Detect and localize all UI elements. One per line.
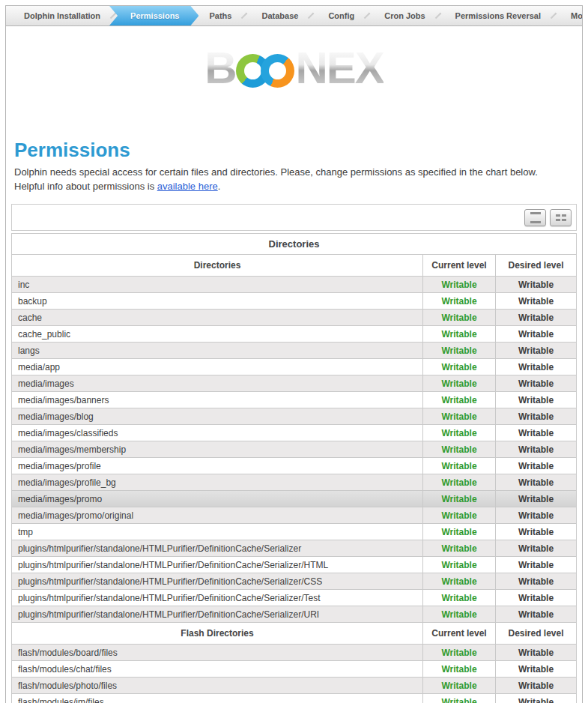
column-header-flash-directories: Flash Directories [12, 623, 423, 645]
desired-level-cell: Writable [496, 474, 577, 491]
desired-level-cell: Writable [496, 408, 577, 425]
desired-level-cell: Writable [496, 540, 577, 557]
boonex-logo: B NEX [11, 26, 577, 106]
table-row: flash/modules/board/filesWritableWritabl… [12, 645, 577, 661]
directory-name-cell: plugins/htmlpurifier/standalone/HTMLPuri… [12, 606, 423, 623]
description-line2-suffix: . [218, 181, 221, 192]
desired-level-cell: Writable [496, 524, 577, 540]
current-level-cell: Writable [423, 441, 496, 458]
table-row: media/images/bannersWritableWritable [12, 392, 577, 408]
desired-level-cell: Writable [496, 645, 577, 661]
chevron-separator-icon [364, 13, 370, 19]
directory-name-cell: backup [12, 293, 423, 310]
directory-name-cell: flash/modules/im/files [12, 694, 423, 703]
table-row: media/images/classifiedsWritableWritable [12, 425, 577, 441]
nav-step-database[interactable]: Database [252, 6, 307, 25]
current-level-cell: Writable [423, 310, 496, 326]
desired-level-cell: Writable [496, 694, 577, 703]
list-view-button[interactable] [524, 209, 546, 226]
logo-letter-b: B [204, 46, 235, 91]
section-title-directories: Directories [12, 234, 577, 255]
desired-level-cell: Writable [496, 425, 577, 441]
desired-level-cell: Writable [496, 441, 577, 458]
chevron-separator-icon [551, 13, 557, 19]
page-description: Dolphin needs special access for certain… [14, 165, 577, 193]
directory-name-cell: media/images [12, 375, 423, 392]
current-level-cell: Writable [423, 645, 496, 661]
list-view-icon [530, 212, 541, 223]
directory-name-cell: inc [12, 277, 423, 293]
current-level-cell: Writable [423, 573, 496, 590]
column-header-row: Directories Current level Desired level [12, 255, 577, 277]
directory-name-cell: media/images/promo/original [12, 507, 423, 524]
nav-step-dolphin-installation[interactable]: Dolphin Installation [15, 6, 109, 25]
desired-level-cell: Writable [496, 573, 577, 590]
directory-name-cell: media/app [12, 359, 423, 375]
table-row: backupWritableWritable [12, 293, 577, 310]
desired-level-cell: Writable [496, 678, 577, 694]
directory-name-cell: plugins/htmlpurifier/standalone/HTMLPuri… [12, 590, 423, 606]
desired-level-cell: Writable [496, 458, 577, 474]
desired-level-cell: Writable [496, 507, 577, 524]
table-row: media/images/blogWritableWritable [12, 408, 577, 425]
chevron-separator-icon [434, 13, 440, 19]
page-frame: Dolphin InstallationPermissionsPathsData… [5, 5, 583, 703]
directory-name-cell: media/images/profile [12, 458, 423, 474]
column-header-directories: Directories [12, 255, 423, 277]
directory-name-cell: plugins/htmlpurifier/standalone/HTMLPuri… [12, 557, 423, 573]
desired-level-cell: Writable [496, 326, 577, 343]
grid-view-icon [556, 214, 566, 221]
table-row: media/images/promo/originalWritableWrita… [12, 507, 577, 524]
grid-view-button[interactable] [550, 209, 572, 226]
directory-name-cell: media/images/membership [12, 441, 423, 458]
desired-level-cell: Writable [496, 661, 577, 678]
nav-step-paths[interactable]: Paths [200, 6, 240, 25]
page-title: Permissions [14, 139, 577, 162]
column-header-desired-level: Desired level [496, 623, 577, 645]
table-row: media/images/membershipWritableWritable [12, 441, 577, 458]
current-level-cell: Writable [423, 474, 496, 491]
chevron-separator-icon [241, 13, 247, 19]
desired-level-cell: Writable [496, 310, 577, 326]
nav-step-modules[interactable]: Modules [562, 6, 582, 25]
nav-step-permissions[interactable]: Permissions [109, 6, 198, 25]
directory-name-cell: cache [12, 310, 423, 326]
logo-letters-nex: NEX [295, 46, 383, 91]
current-level-cell: Writable [423, 392, 496, 408]
desired-level-cell: Writable [496, 557, 577, 573]
table-row: flash/modules/im/filesWritableWritable [12, 694, 577, 703]
table-row: plugins/htmlpurifier/standalone/HTMLPuri… [12, 573, 577, 590]
current-level-cell: Writable [423, 343, 496, 359]
available-here-link[interactable]: available here [157, 181, 218, 192]
desired-level-cell: Writable [496, 491, 577, 507]
chevron-separator-icon [110, 13, 116, 19]
desired-level-cell: Writable [496, 606, 577, 623]
directory-name-cell: media/images/blog [12, 408, 423, 425]
table-row: langsWritableWritable [12, 343, 577, 359]
flash-column-header-row: Flash Directories Current level Desired … [12, 623, 577, 645]
directory-name-cell: tmp [12, 524, 423, 540]
table-row: plugins/htmlpurifier/standalone/HTMLPuri… [12, 606, 577, 623]
chevron-separator-icon [308, 13, 314, 19]
desired-level-cell: Writable [496, 392, 577, 408]
desired-level-cell: Writable [496, 359, 577, 375]
directory-name-cell: media/images/classifieds [12, 425, 423, 441]
current-level-cell: Writable [423, 277, 496, 293]
flash-directories-rows: flash/modules/board/filesWritableWritabl… [12, 645, 577, 703]
nav-step-config[interactable]: Config [319, 6, 363, 25]
nav-step-cron-jobs[interactable]: Cron Jobs [375, 6, 434, 25]
directory-name-cell: media/images/promo [12, 491, 423, 507]
current-level-cell: Writable [423, 326, 496, 343]
description-line1: Dolphin needs special access for certain… [14, 166, 538, 178]
nav-step-permissions-reversal[interactable]: Permissions Reversal [446, 6, 550, 25]
column-header-current-level: Current level [423, 623, 496, 645]
current-level-cell: Writable [423, 359, 496, 375]
table-row: media/appWritableWritable [12, 359, 577, 375]
table-row: cache_publicWritableWritable [12, 326, 577, 343]
current-level-cell: Writable [423, 540, 496, 557]
directory-name-cell: flash/modules/photo/files [12, 678, 423, 694]
table-row: cacheWritableWritable [12, 310, 577, 326]
table-row: media/images/profile_bgWritableWritable [12, 474, 577, 491]
directory-name-cell: plugins/htmlpurifier/standalone/HTMLPuri… [12, 573, 423, 590]
current-level-cell: Writable [423, 375, 496, 392]
